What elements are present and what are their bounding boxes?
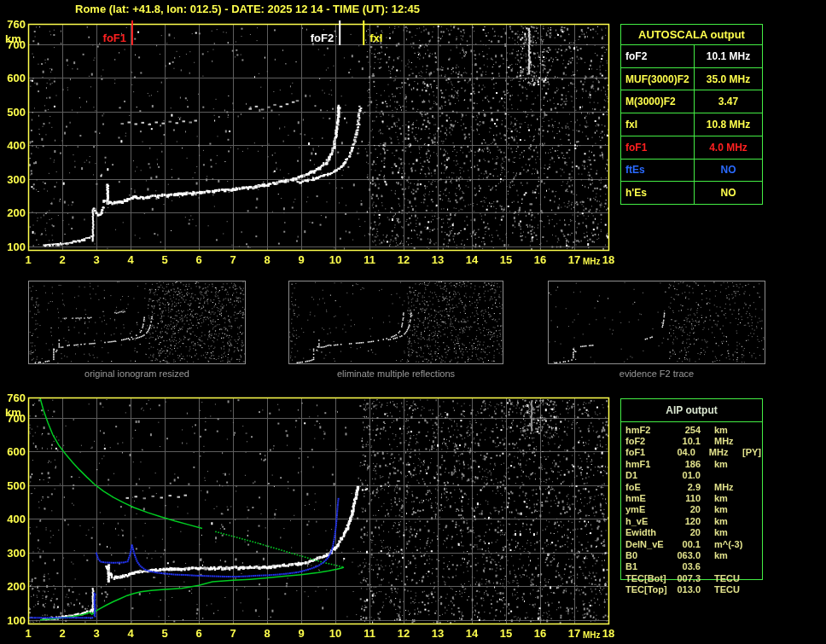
axis-unit-mhz: MHz xyxy=(583,257,601,266)
x-tick-label-18: 18 xyxy=(597,627,620,640)
autoscala-row-MUF(3000)F2: MUF(3000)F235.0 MHz xyxy=(621,68,762,91)
aip-row-label: hmF1 xyxy=(620,459,672,469)
x-tick-label-2: 2 xyxy=(51,627,73,640)
autoscala-row-h'Es: h'EsNO xyxy=(621,182,762,204)
x-tick-label-15: 15 xyxy=(495,627,517,640)
y-tick-label-400: 400 xyxy=(0,513,26,525)
x-tick-label-4: 4 xyxy=(119,253,142,266)
aip-row-value: 186 xyxy=(672,459,701,469)
aip-row-value: 01.0 xyxy=(672,470,701,480)
autoscala-row-value: 3.47 xyxy=(695,90,762,113)
y-tick-label-100: 100 xyxy=(0,241,26,253)
aip-row-value: 04.0 xyxy=(668,447,695,457)
x-tick-label-9: 9 xyxy=(290,627,312,640)
aip-row-label: B0 xyxy=(620,550,672,560)
aip-row-value: 110 xyxy=(672,493,701,503)
aip-row-label: foF2 xyxy=(620,436,672,446)
aip-row-value: 013.0 xyxy=(672,584,701,595)
autoscala-row-label: h'Es xyxy=(621,182,695,204)
aip-row-hmF1: hmF1186km xyxy=(620,458,761,469)
autoscala-row-value: NO xyxy=(695,160,762,182)
aip-row-unit: m^(-3) xyxy=(714,539,748,549)
x-tick-label-18: 18 xyxy=(597,253,620,266)
autoscala-output-table: AUTOSCALA output foF210.1 MHzMUF(3000)F2… xyxy=(620,24,763,205)
aip-row-value: 007.3 xyxy=(672,573,701,583)
x-tick-label-10: 10 xyxy=(324,253,346,266)
autoscala-row-label: fxI xyxy=(621,113,695,136)
aip-row-unit: km xyxy=(714,527,748,537)
autoscala-row-foF1: foF14.0 MHz xyxy=(621,136,762,160)
autoscala-row-value: 10.1 MHz xyxy=(695,45,762,67)
x-tick-label-8: 8 xyxy=(256,627,278,640)
aip-row-hmF2: hmF2254km xyxy=(620,424,761,435)
x-tick-label-6: 6 xyxy=(188,627,210,640)
aip-row-TEC[Top]: TEC[Top]013.0TECU xyxy=(620,583,761,595)
x-tick-label-13: 13 xyxy=(427,253,449,266)
aip-row-unit: MHz xyxy=(714,482,748,492)
aip-row-D1: D101.0 xyxy=(620,470,761,481)
aip-row-value: 20 xyxy=(672,504,701,514)
marker-label-foF2: foF2 xyxy=(287,32,334,44)
aip-row-label: DelN_vE xyxy=(620,539,672,549)
aip-row-value: 00.1 xyxy=(672,539,701,549)
thumbnail-caption: original ionogram resized xyxy=(28,368,246,379)
x-tick-label-11: 11 xyxy=(358,627,381,640)
aip-row-label: B1 xyxy=(620,561,672,571)
x-tick-label-3: 3 xyxy=(85,627,108,640)
aip-row-label: Ewidth xyxy=(620,527,672,537)
x-tick-label-12: 12 xyxy=(393,253,415,266)
autoscala-row-label: foF2 xyxy=(621,45,695,67)
autoscala-table-title: AUTOSCALA output xyxy=(621,25,762,45)
thumbnail-evidence-f2-trace xyxy=(548,281,765,364)
aip-row-DelN_vE: DelN_vE00.1m^(-3) xyxy=(620,538,761,549)
aip-row-label: foE xyxy=(620,482,672,492)
aip-row-B1: B103.6 xyxy=(620,561,761,572)
aip-row-B0: B0063.0km xyxy=(620,549,761,560)
aip-row-label: hmF2 xyxy=(620,425,672,435)
x-tick-label-6: 6 xyxy=(188,253,210,266)
aip-row-unit: TECU xyxy=(714,584,748,595)
y-tick-label-400: 400 xyxy=(0,139,26,152)
aip-row-unit: km xyxy=(714,504,748,514)
aip-row-h_vE: h_vE120km xyxy=(620,515,761,526)
aip-row-value: 10.1 xyxy=(672,436,701,446)
aip-row-extra: [PY] xyxy=(742,447,761,457)
aip-row-label: D1 xyxy=(620,470,672,480)
x-tick-label-5: 5 xyxy=(154,627,176,640)
autoscala-row-label: foF1 xyxy=(621,136,695,159)
marker-label-foF1: foF1 xyxy=(79,32,126,44)
autoscala-row-label: MUF(3000)F2 xyxy=(621,68,695,90)
axis-unit-mhz: MHz xyxy=(583,630,601,640)
aip-row-unit: TECU xyxy=(714,573,748,583)
aip-row-foF2: foF210.1MHz xyxy=(620,435,761,446)
aip-row-unit: km xyxy=(714,493,748,503)
y-tick-label-760: 760 xyxy=(0,392,26,404)
y-tick-label-100: 100 xyxy=(0,614,26,627)
aip-row-value: 20 xyxy=(672,527,701,537)
aip-row-foF1: foF104.0MHz[PY] xyxy=(620,447,761,458)
aip-row-unit: MHz xyxy=(714,436,748,446)
aip-row-ymE: ymE20km xyxy=(620,504,761,515)
aip-row-label: foF1 xyxy=(620,447,668,457)
aip-row-label: hmE xyxy=(620,493,672,503)
aip-row-value: 254 xyxy=(672,425,701,435)
x-tick-label-8: 8 xyxy=(256,253,278,266)
thumbnail-caption: evidence F2 trace xyxy=(548,368,765,379)
x-tick-label-2: 2 xyxy=(51,253,73,266)
x-tick-label-1: 1 xyxy=(17,627,39,640)
autoscala-window: Rome (lat: +41.8, lon: 012.5) - DATE: 20… xyxy=(0,0,826,644)
x-tick-label-14: 14 xyxy=(461,627,483,640)
aip-row-TEC[Bot]: TEC[Bot]007.3TECU xyxy=(620,572,761,583)
marker-label-fxI: fxI xyxy=(369,32,382,44)
thumbnail-eliminate-reflections xyxy=(288,281,503,364)
y-tick-label-200: 200 xyxy=(0,206,26,219)
autoscala-row-value: 35.0 MHz xyxy=(695,68,762,90)
aip-row-unit: km xyxy=(714,516,748,526)
autoscala-row-value: 4.0 MHz xyxy=(695,136,762,159)
page-title: Rome (lat: +41.8, lon: 012.5) - DATE: 20… xyxy=(75,3,420,15)
x-tick-label-16: 16 xyxy=(529,253,551,266)
autoscala-row-label: M(3000)F2 xyxy=(621,90,695,113)
y-tick-label-300: 300 xyxy=(0,547,26,560)
autoscala-row-foF2: foF210.1 MHz xyxy=(621,45,762,68)
aip-row-label: TEC[Bot] xyxy=(620,573,672,583)
